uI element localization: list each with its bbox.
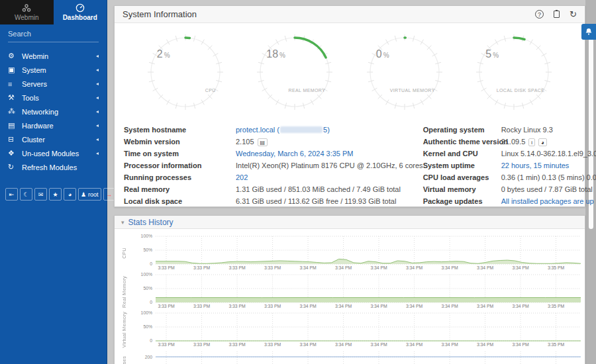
info-label: Kernel and CPU (423, 150, 501, 158)
svg-text:3:34 PM: 3:34 PM (477, 265, 494, 270)
info-link[interactable]: 22 hours, 15 minutes (501, 161, 570, 169)
chevron-left-icon: ◂ (96, 109, 99, 114)
refresh-icon: ↻ (8, 163, 19, 171)
dashboard-gauge-icon (75, 3, 85, 13)
user-button[interactable]: ♟root (78, 188, 101, 201)
moon-icon: ☾ (23, 191, 28, 198)
gauge-percent: 2% (157, 48, 170, 60)
info-link[interactable]: 202 (236, 173, 248, 181)
info-icon[interactable]: i (528, 138, 535, 146)
clipboard-icon[interactable] (554, 11, 560, 18)
info-row-operating-system: Operating systemRocky Linux 9.3 (423, 124, 596, 136)
collapse-sidebar-button[interactable]: ⇤ (5, 188, 18, 201)
info-row-package-updates: Package updatesAll installed packages ar… (423, 195, 596, 207)
gauge-percent: 5% (485, 48, 499, 60)
info-label: Processor information (124, 161, 236, 169)
svg-text:100%: 100% (141, 311, 152, 315)
info-value: All installed packages are up to date (501, 197, 596, 205)
info-value: 0.36 (1 min) 0.13 (5 mins) 0.04 (15 mins… (501, 173, 596, 181)
chevron-left-icon: ◂ (96, 81, 99, 87)
sidebar-item-cluster[interactable]: ⊟Cluster◂ (0, 132, 107, 146)
sidebar-item-networking[interactable]: ⁂Networking◂ (0, 105, 107, 118)
hardware-icon: ▤ (8, 121, 19, 130)
notifications-tab[interactable] (581, 24, 596, 40)
sidebar-item-webmin[interactable]: ⚙Webmin◂ (0, 49, 107, 63)
favorites-button[interactable]: ★ (49, 188, 62, 201)
info-row-system-uptime: System uptime22 hours, 15 minutes (423, 159, 596, 171)
info-column-right: Operating systemRocky Linux 9.3Authentic… (423, 124, 596, 207)
gauge-percent: 0% (376, 48, 389, 60)
info-label: Running processes (124, 173, 236, 181)
info-value: 6.31 GiB used / 113.62 GiB free / 119.93… (236, 197, 396, 205)
info-value: Intel(R) Xeon(R) Platinum 8176 CPU @ 2.1… (236, 161, 423, 169)
info-row-cpu-load-averages: CPU load averages0.36 (1 min) 0.13 (5 mi… (423, 171, 596, 183)
gauges-row: 2%CPU18%REAL MEMORY0%VIRTUAL MEMORY5%LOC… (115, 23, 585, 120)
chart-real-memory: Real Memory3:33 PM3:33 PM3:33 PM3:33 PM3… (119, 273, 583, 310)
stats-charts: CPU3:33 PM3:33 PM3:33 PM3:33 PM3:34 PM3:… (115, 229, 585, 364)
gauge-local-disk-space: 5%LOCAL DISK SPACE (475, 33, 553, 111)
tab-dashboard-label: Dashboard (63, 14, 97, 21)
svg-text:200: 200 (145, 355, 153, 359)
info-value: 0 bytes used / 7.87 GiB total (501, 185, 593, 193)
info-link[interactable]: Wednesday, March 6, 2024 3:35 PM (236, 150, 354, 158)
sysinfo-button[interactable]: ◕ (64, 188, 76, 201)
network-icon: ⁂ (8, 107, 19, 116)
help-icon[interactable]: ? (535, 10, 544, 19)
sidebar-item-tools[interactable]: ⚒Tools◂ (0, 91, 107, 105)
sidebar-item-refresh-modules[interactable]: ↻Refresh Modules (0, 160, 107, 174)
gauge-label: REAL MEMORY (289, 88, 326, 93)
logged-in-user: root (88, 191, 99, 198)
chart-ylabel: Real Memory (121, 276, 127, 308)
stats-title: Stats History (128, 218, 174, 227)
sidebar-item-label: Refresh Modules (22, 163, 99, 171)
sidebar-item-servers[interactable]: ≡Servers◂ (0, 77, 107, 91)
sidebar-item-system[interactable]: ▣System◂ (0, 63, 107, 77)
info-link[interactable]: 5) (323, 126, 330, 134)
info-link[interactable]: All installed packages are up to date (501, 197, 596, 205)
search-row (8, 30, 99, 42)
night-mode-button[interactable]: ☾ (20, 188, 32, 201)
chart-virtual-memory: Virtual Memory3:33 PM3:33 PM3:33 PM3:33 … (119, 311, 583, 349)
sidebar-tabs: Webmin Dashboard (0, 0, 107, 24)
info-label: Operating system (423, 126, 501, 134)
collapse-icon: ⇤ (9, 191, 15, 198)
info-label: Package updates (423, 197, 501, 205)
info-row-real-memory: Real memory1.31 GiB used / 851.03 MiB ca… (124, 183, 423, 195)
svg-text:3:34 PM: 3:34 PM (441, 265, 458, 270)
sidebar-item-label: Networking (22, 108, 96, 116)
info-row-virtual-memory: Virtual memory0 bytes used / 7.87 GiB to… (423, 183, 596, 195)
svg-text:0: 0 (150, 338, 152, 343)
svg-text:3:34 PM: 3:34 PM (370, 342, 387, 347)
svg-text:3:33 PM: 3:33 PM (158, 304, 175, 308)
tab-webmin[interactable]: Webmin (0, 0, 54, 24)
refresh-icon[interactable]: ↻ (570, 10, 577, 19)
info-link[interactable]: protect.local ( (236, 126, 279, 134)
tab-dashboard[interactable]: Dashboard (54, 0, 107, 24)
gauge-percent: 18% (266, 48, 285, 60)
info-value: Rocky Linux 9.3 (501, 126, 553, 134)
search-input[interactable] (8, 30, 102, 38)
mail-button[interactable]: ✉ (34, 188, 47, 201)
info-value: 22 hours, 15 minutes (501, 161, 570, 169)
info-value: 1.31 GiB used / 851.03 MiB cached / 7.49… (236, 185, 401, 193)
info-label: Authentic theme version (423, 138, 501, 146)
info-value: 2.105▤ (236, 138, 268, 146)
svg-text:3:34 PM: 3:34 PM (370, 265, 387, 270)
sidebar-menu: ⚙Webmin◂▣System◂≡Servers◂⚒Tools◂⁂Network… (0, 49, 107, 174)
svg-text:3:33 PM: 3:33 PM (158, 265, 175, 270)
tab-webmin-label: Webmin (15, 14, 39, 21)
svg-text:3:34 PM: 3:34 PM (299, 265, 317, 270)
panel-title: System Information (123, 9, 197, 19)
svg-text:3:33 PM: 3:33 PM (228, 342, 246, 347)
sidebar-item-hardware[interactable]: ▤Hardware◂ (0, 118, 107, 132)
svg-text:3:34 PM: 3:34 PM (335, 265, 352, 270)
collapse-caret-icon[interactable]: ▾ (121, 219, 124, 226)
chart-cpu: CPU3:33 PM3:33 PM3:33 PM3:33 PM3:34 PM3:… (119, 234, 583, 272)
info-value: 21.09.5i◕ (501, 138, 547, 146)
chevron-left-icon: ◂ (96, 67, 99, 73)
changelog-icon[interactable]: ▤ (258, 138, 268, 146)
sidebar-item-un-used-modules[interactable]: ❖Un-used Modules◂ (0, 146, 107, 160)
palette-icon[interactable]: ◕ (538, 138, 547, 146)
chevron-left-icon: ◂ (96, 150, 99, 156)
chart-processes: Processes3:33 PM3:33 PM3:33 PM3:33 PM3:3… (119, 349, 583, 364)
